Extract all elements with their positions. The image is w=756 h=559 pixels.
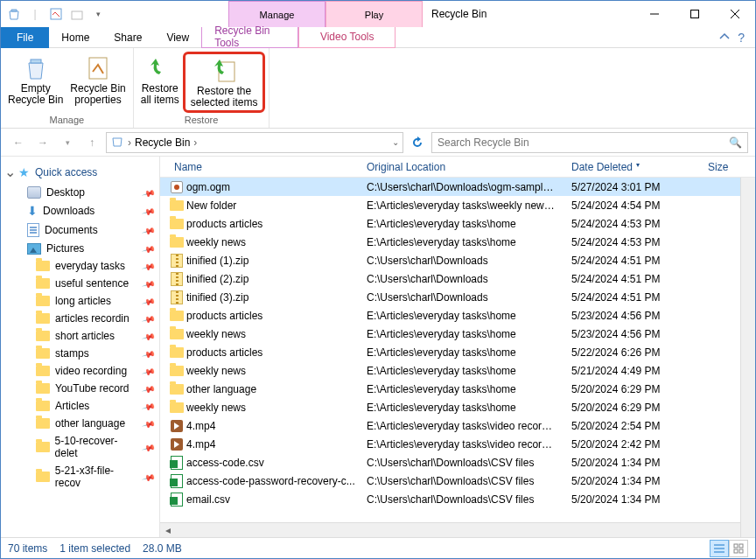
restore-all-items-button[interactable]: Restore all items [137,52,183,113]
file-location: E:\Articles\everyday tasks\weekly news\0… [360,199,564,212]
minimize-button[interactable] [634,1,675,27]
table-row[interactable]: ogm.ogmC:\Users\charl\Downloads\ogm-samp… [160,178,755,196]
tab-share[interactable]: Share [102,27,154,48]
table-row[interactable]: New folderE:\Articles\everyday tasks\wee… [160,196,755,214]
address-bar-row: ← → ▾ ↑ › Recycle Bin › ⌄ 🔍 [1,129,755,157]
sidebar-item[interactable]: other language📌 [1,415,159,432]
view-large-icons-button[interactable] [729,540,748,557]
table-row[interactable]: tinified (3).zipC:\Users\charl\Downloads… [160,288,755,306]
table-row[interactable]: weekly newsE:\Articles\everyday tasks\ho… [160,325,755,343]
nav-back-button[interactable]: ← [8,132,29,153]
folder-icon [36,401,50,411]
recycle-bin-properties-button[interactable]: Recycle Bin properties [66,52,129,108]
column-size[interactable]: Size [701,161,755,173]
file-location: E:\Articles\everyday tasks\home [360,310,564,322]
tab-file[interactable]: File [1,27,49,48]
ribbon-tabs: File Home Share View Recycle Bin Tools V… [1,27,755,48]
sidebar-item[interactable]: Documents📌 [1,220,159,240]
file-date-deleted: 5/20/2024 1:34 PM [564,475,701,487]
address-breadcrumb[interactable]: › Recycle Bin › ⌄ [106,132,403,153]
qat-recycle-icon[interactable] [4,4,24,24]
column-original-location[interactable]: Original Location [360,161,564,173]
tab-video-tools[interactable]: Video Tools [298,27,396,48]
table-row[interactable]: weekly newsE:\Articles\everyday tasks\ho… [160,398,755,416]
breadcrumb-recycle-bin[interactable]: Recycle Bin [135,136,190,149]
nav-recent-dropdown[interactable]: ▾ [57,132,78,153]
table-row[interactable]: weekly newsE:\Articles\everyday tasks\ho… [160,233,755,251]
table-row[interactable]: products articlesE:\Articles\everyday ta… [160,306,755,325]
navigation-pane[interactable]: ⌄ ★ Quick access Desktop📌⬇Downloads📌Docu… [1,157,160,537]
table-row[interactable]: tinified (2).zipC:\Users\charl\Downloads… [160,269,755,288]
tab-view[interactable]: View [154,27,201,48]
zip-icon [171,272,183,286]
table-row[interactable]: products articlesE:\Articles\everyday ta… [160,214,755,233]
chevron-down-icon[interactable]: ⌄ [4,164,13,180]
sidebar-item[interactable]: Pictures📌 [1,240,159,257]
column-date-deleted[interactable]: Date Deleted▾ [564,161,701,173]
empty-recycle-bin-button[interactable]: Empty Recycle Bin [4,52,66,108]
refresh-button[interactable] [407,136,428,149]
close-button[interactable] [715,1,755,27]
tab-recycle-bin-tools[interactable]: Recycle Bin Tools [201,27,298,48]
nav-up-button[interactable]: ↑ [81,132,102,153]
sidebar-item[interactable]: long articles📌 [1,292,159,310]
vertical-scrollbar[interactable] [740,178,755,537]
file-date-deleted: 5/24/2024 4:53 PM [564,236,701,248]
sidebar-item[interactable]: ⬇Downloads📌 [1,201,159,220]
file-location: E:\Articles\everyday tasks\home [360,236,564,248]
svg-rect-15 [739,549,743,553]
sidebar-item[interactable]: useful sentence📌 [1,275,159,292]
svg-rect-14 [734,549,738,553]
table-row[interactable]: weekly newsE:\Articles\everyday tasks\ho… [160,361,755,380]
qat-properties-icon[interactable] [46,4,66,24]
nav-forward-button[interactable]: → [32,132,53,153]
sidebar-item[interactable]: stamps📌 [1,345,159,362]
tab-home[interactable]: Home [49,27,102,48]
qat-new-folder-icon[interactable] [67,4,87,24]
ribbon-collapse-chevron[interactable]: ? [719,31,755,45]
sidebar-item[interactable]: 5-21-x3f-file-recov📌 [1,462,159,492]
maximize-button[interactable] [675,1,715,27]
window-title: Recycle Bin [431,8,486,20]
sidebar-item[interactable]: short articles📌 [1,327,159,345]
sidebar-item-label: stamps [55,347,89,360]
table-row[interactable]: tinified (1).zipC:\Users\charl\Downloads… [160,251,755,269]
pin-icon: 📌 [142,381,156,395]
table-row[interactable]: access-code-password-recovery-c...C:\Use… [160,472,755,490]
restore-selected-items-button[interactable]: Restore the selected items [183,52,266,113]
address-dropdown[interactable]: ⌄ [392,137,399,147]
pin-icon: 📌 [142,311,156,325]
sidebar-item[interactable]: Desktop📌 [1,184,159,201]
table-row[interactable]: other languageE:\Articles\everyday tasks… [160,380,755,398]
sidebar-item[interactable]: articles recordin📌 [1,310,159,327]
scroll-left-icon[interactable]: ◂ [160,524,175,536]
view-details-button[interactable] [710,540,729,557]
search-box[interactable]: 🔍 [431,132,748,153]
sidebar-quick-access[interactable]: ⌄ ★ Quick access [1,160,159,184]
pin-icon: 📌 [142,329,156,343]
table-row[interactable]: products articlesE:\Articles\everyday ta… [160,343,755,361]
table-row[interactable]: email.csvC:\Users\charl\Downloads\CSV fi… [160,490,755,508]
sidebar-item-label: Downloads [43,205,94,217]
table-row[interactable]: 4.mp4E:\Articles\everyday tasks\video re… [160,435,755,453]
file-location: E:\Articles\everyday tasks\home [360,365,564,377]
chevron-right-icon[interactable]: › [193,136,197,149]
video-icon [171,420,183,432]
sidebar-item[interactable]: YouTube record📌 [1,380,159,397]
search-input[interactable] [438,136,729,149]
sidebar-item[interactable]: Articles📌 [1,397,159,415]
qat-customize-dropdown[interactable]: ▾ [88,4,108,24]
file-date-deleted: 5/20/2024 2:42 PM [564,438,701,451]
chevron-right-icon[interactable]: › [128,136,131,149]
column-name[interactable]: Name [160,161,360,173]
sidebar-item[interactable]: 5-10-recover-delet📌 [1,432,159,462]
folder-icon [36,418,50,429]
horizontal-scrollbar[interactable]: ◂ ▸ [160,522,755,537]
sidebar-item[interactable]: everyday tasks📌 [1,257,159,275]
sidebar-item-label: long articles [55,295,111,307]
sidebar-item[interactable]: video recording📌 [1,362,159,380]
file-name: other language [186,383,256,395]
table-row[interactable]: 4.mp4E:\Articles\everyday tasks\video re… [160,416,755,435]
table-row[interactable]: access-code.csvC:\Users\charl\Downloads\… [160,453,755,472]
search-icon[interactable]: 🔍 [729,136,742,149]
